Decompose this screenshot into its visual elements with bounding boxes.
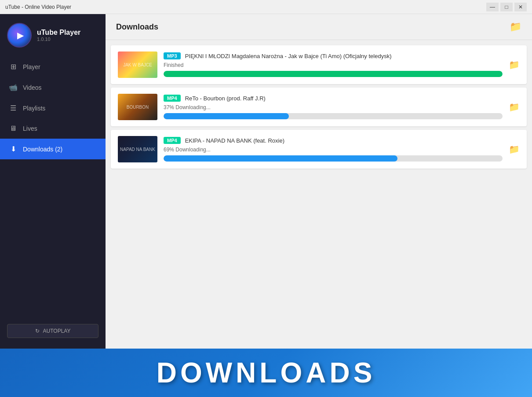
sidebar-item-lives[interactable]: 🖥 Lives — [0, 118, 106, 139]
download-item: BOURBON MP4 ReTo - Bourbon (prod. Raff J… — [111, 88, 527, 126]
main-area: uTube Player 1.0.10 ⊞ Player 📹 Videos ☰ … — [0, 14, 532, 349]
download-status: 37% Downloading... — [164, 104, 503, 110]
progress-bar-bg — [164, 155, 503, 162]
content-area: Downloads 📁 JAK W BAJCE MP3 PIĘKNI I MŁO… — [106, 14, 532, 349]
download-item: JAK W BAJCE MP3 PIĘKNI I MŁODZI Magdalen… — [111, 45, 527, 84]
bottom-banner: DOWNLOADS — [0, 349, 532, 397]
download-title: EKIPA - NAPAD NA BANK (feat. Roxie) — [185, 137, 284, 144]
download-thumbnail: BOURBON — [118, 94, 157, 120]
sidebar-logo: uTube Player 1.0.10 — [0, 14, 106, 56]
maximize-button[interactable]: □ — [500, 3, 513, 11]
content-header: Downloads 📁 — [106, 14, 532, 40]
sidebar-item-label: Downloads (2) — [23, 146, 62, 153]
download-title-row: MP4 ReTo - Bourbon (prod. Raff J.R) — [164, 95, 503, 102]
download-status: Finished — [164, 62, 503, 68]
header-folder-icon[interactable]: 📁 — [510, 21, 521, 33]
app-name: uTube Player — [37, 29, 80, 37]
download-title: ReTo - Bourbon (prod. Raff J.R) — [185, 95, 266, 102]
format-badge: MP4 — [164, 95, 181, 102]
format-badge: MP3 — [164, 52, 181, 59]
lives-icon: 🖥 — [9, 125, 18, 132]
player-icon: ⊞ — [9, 62, 18, 71]
item-folder-icon[interactable]: 📁 — [509, 102, 520, 112]
autoplay-button[interactable]: ↻ AUTOPLAY — [7, 324, 98, 338]
download-title-row: MP4 EKIPA - NAPAD NA BANK (feat. Roxie) — [164, 137, 503, 144]
download-info: MP3 PIĘKNI I MŁODZI Magdalena Narożna - … — [164, 52, 503, 77]
minimize-button[interactable]: — — [486, 3, 499, 11]
progress-bar-fill — [164, 71, 503, 77]
page-title: Downloads — [116, 22, 158, 32]
app-logo-text: uTube Player 1.0.10 — [37, 29, 80, 42]
sidebar-item-videos[interactable]: 📹 Videos — [0, 77, 106, 98]
playlists-icon: ☰ — [9, 104, 18, 112]
window-title: uTube - Online Video Player — [5, 4, 71, 10]
download-info: MP4 EKIPA - NAPAD NA BANK (feat. Roxie) … — [164, 137, 503, 162]
download-item: NAPAD NA BANK MP4 EKIPA - NAPAD NA BANK … — [111, 130, 527, 169]
sidebar-nav: ⊞ Player 📹 Videos ☰ Playlists 🖥 Lives ⬇ — [0, 56, 106, 319]
thumb-label: NAPAD NA BANK — [118, 136, 157, 162]
download-title: PIĘKNI I MŁODZI Magdalena Narożna - Jak … — [185, 53, 392, 59]
autoplay-icon: ↻ — [35, 328, 40, 334]
download-thumbnail: NAPAD NA BANK — [118, 136, 157, 162]
progress-bar-bg — [164, 71, 503, 77]
downloads-icon: ⬇ — [9, 145, 18, 153]
autoplay-label: AUTOPLAY — [43, 328, 71, 334]
sidebar-item-player[interactable]: ⊞ Player — [0, 56, 106, 77]
app-logo-icon — [7, 23, 32, 48]
titlebar: uTube - Online Video Player — □ ✕ — [0, 0, 532, 14]
sidebar-item-label: Videos — [23, 84, 42, 91]
sidebar-item-label: Player — [23, 63, 40, 70]
close-button[interactable]: ✕ — [514, 3, 527, 11]
download-thumbnail: JAK W BAJCE — [118, 51, 157, 78]
banner-text: DOWNLOADS — [157, 357, 376, 389]
videos-icon: 📹 — [9, 83, 18, 92]
format-badge: MP4 — [164, 137, 181, 144]
progress-bar-fill — [164, 113, 289, 119]
sidebar-item-downloads[interactable]: ⬇ Downloads (2) — [0, 139, 106, 159]
sidebar-item-label: Lives — [23, 125, 37, 132]
sidebar: uTube Player 1.0.10 ⊞ Player 📹 Videos ☰ … — [0, 14, 106, 349]
app-container: uTube Player 1.0.10 ⊞ Player 📹 Videos ☰ … — [0, 14, 532, 397]
download-status: 69% Downloading... — [164, 147, 503, 153]
thumb-label: JAK W BAJCE — [118, 51, 157, 78]
item-folder-icon[interactable]: 📁 — [509, 144, 520, 154]
thumb-label: BOURBON — [118, 94, 157, 120]
downloads-list: JAK W BAJCE MP3 PIĘKNI I MŁODZI Magdalen… — [106, 40, 532, 174]
window-controls: — □ ✕ — [486, 3, 527, 11]
app-version: 1.0.10 — [37, 37, 80, 42]
download-info: MP4 ReTo - Bourbon (prod. Raff J.R) 37% … — [164, 95, 503, 119]
progress-bar-fill — [164, 155, 397, 162]
item-folder-icon[interactable]: 📁 — [509, 59, 520, 70]
sidebar-item-playlists[interactable]: ☰ Playlists — [0, 98, 106, 118]
sidebar-item-label: Playlists — [23, 105, 45, 112]
progress-bar-bg — [164, 113, 503, 119]
download-title-row: MP3 PIĘKNI I MŁODZI Magdalena Narożna - … — [164, 52, 503, 59]
